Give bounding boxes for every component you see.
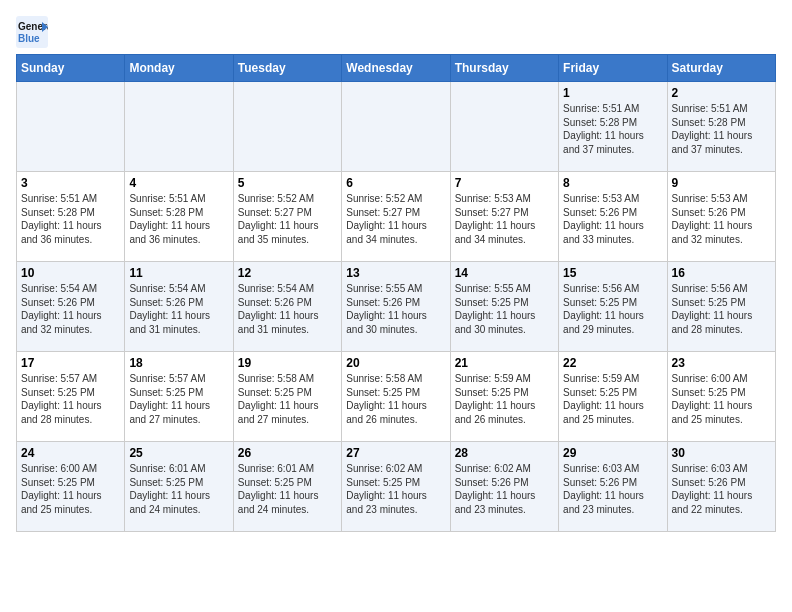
- calendar-cell: 13Sunrise: 5:55 AM Sunset: 5:26 PM Dayli…: [342, 262, 450, 352]
- day-number: 25: [129, 446, 228, 460]
- weekday-header-saturday: Saturday: [667, 55, 775, 82]
- day-info: Sunrise: 5:54 AM Sunset: 5:26 PM Dayligh…: [21, 282, 120, 336]
- day-info: Sunrise: 5:51 AM Sunset: 5:28 PM Dayligh…: [21, 192, 120, 246]
- day-info: Sunrise: 5:53 AM Sunset: 5:26 PM Dayligh…: [672, 192, 771, 246]
- calendar-cell: 8Sunrise: 5:53 AM Sunset: 5:26 PM Daylig…: [559, 172, 667, 262]
- day-info: Sunrise: 5:52 AM Sunset: 5:27 PM Dayligh…: [346, 192, 445, 246]
- calendar-cell: 27Sunrise: 6:02 AM Sunset: 5:25 PM Dayli…: [342, 442, 450, 532]
- day-number: 14: [455, 266, 554, 280]
- day-info: Sunrise: 5:51 AM Sunset: 5:28 PM Dayligh…: [563, 102, 662, 156]
- calendar-cell: 26Sunrise: 6:01 AM Sunset: 5:25 PM Dayli…: [233, 442, 341, 532]
- day-number: 16: [672, 266, 771, 280]
- day-number: 17: [21, 356, 120, 370]
- calendar-cell: 3Sunrise: 5:51 AM Sunset: 5:28 PM Daylig…: [17, 172, 125, 262]
- day-number: 20: [346, 356, 445, 370]
- calendar-cell: 10Sunrise: 5:54 AM Sunset: 5:26 PM Dayli…: [17, 262, 125, 352]
- calendar-cell: 22Sunrise: 5:59 AM Sunset: 5:25 PM Dayli…: [559, 352, 667, 442]
- calendar-cell: 5Sunrise: 5:52 AM Sunset: 5:27 PM Daylig…: [233, 172, 341, 262]
- calendar-table: SundayMondayTuesdayWednesdayThursdayFrid…: [16, 54, 776, 532]
- calendar-cell: 9Sunrise: 5:53 AM Sunset: 5:26 PM Daylig…: [667, 172, 775, 262]
- calendar-cell: [450, 82, 558, 172]
- calendar-cell: 24Sunrise: 6:00 AM Sunset: 5:25 PM Dayli…: [17, 442, 125, 532]
- day-info: Sunrise: 6:01 AM Sunset: 5:25 PM Dayligh…: [238, 462, 337, 516]
- day-number: 3: [21, 176, 120, 190]
- day-number: 4: [129, 176, 228, 190]
- weekday-header-wednesday: Wednesday: [342, 55, 450, 82]
- weekday-header-tuesday: Tuesday: [233, 55, 341, 82]
- day-info: Sunrise: 5:59 AM Sunset: 5:25 PM Dayligh…: [563, 372, 662, 426]
- day-info: Sunrise: 5:56 AM Sunset: 5:25 PM Dayligh…: [563, 282, 662, 336]
- day-number: 29: [563, 446, 662, 460]
- day-info: Sunrise: 5:59 AM Sunset: 5:25 PM Dayligh…: [455, 372, 554, 426]
- weekday-header-thursday: Thursday: [450, 55, 558, 82]
- calendar-cell: [342, 82, 450, 172]
- page-header: General Blue: [16, 16, 776, 48]
- day-number: 30: [672, 446, 771, 460]
- day-number: 7: [455, 176, 554, 190]
- day-info: Sunrise: 5:58 AM Sunset: 5:25 PM Dayligh…: [238, 372, 337, 426]
- day-info: Sunrise: 6:03 AM Sunset: 5:26 PM Dayligh…: [672, 462, 771, 516]
- weekday-header-monday: Monday: [125, 55, 233, 82]
- calendar-cell: 7Sunrise: 5:53 AM Sunset: 5:27 PM Daylig…: [450, 172, 558, 262]
- day-info: Sunrise: 5:54 AM Sunset: 5:26 PM Dayligh…: [238, 282, 337, 336]
- day-number: 24: [21, 446, 120, 460]
- calendar-cell: [17, 82, 125, 172]
- day-number: 12: [238, 266, 337, 280]
- day-number: 21: [455, 356, 554, 370]
- weekday-header-friday: Friday: [559, 55, 667, 82]
- calendar-cell: 15Sunrise: 5:56 AM Sunset: 5:25 PM Dayli…: [559, 262, 667, 352]
- day-number: 8: [563, 176, 662, 190]
- calendar-cell: 23Sunrise: 6:00 AM Sunset: 5:25 PM Dayli…: [667, 352, 775, 442]
- day-number: 13: [346, 266, 445, 280]
- calendar-cell: 6Sunrise: 5:52 AM Sunset: 5:27 PM Daylig…: [342, 172, 450, 262]
- day-info: Sunrise: 6:03 AM Sunset: 5:26 PM Dayligh…: [563, 462, 662, 516]
- day-number: 6: [346, 176, 445, 190]
- day-info: Sunrise: 5:57 AM Sunset: 5:25 PM Dayligh…: [21, 372, 120, 426]
- day-number: 22: [563, 356, 662, 370]
- day-info: Sunrise: 5:55 AM Sunset: 5:25 PM Dayligh…: [455, 282, 554, 336]
- day-info: Sunrise: 5:54 AM Sunset: 5:26 PM Dayligh…: [129, 282, 228, 336]
- calendar-cell: 25Sunrise: 6:01 AM Sunset: 5:25 PM Dayli…: [125, 442, 233, 532]
- day-number: 9: [672, 176, 771, 190]
- weekday-header-sunday: Sunday: [17, 55, 125, 82]
- day-number: 27: [346, 446, 445, 460]
- day-number: 26: [238, 446, 337, 460]
- calendar-cell: 1Sunrise: 5:51 AM Sunset: 5:28 PM Daylig…: [559, 82, 667, 172]
- day-number: 11: [129, 266, 228, 280]
- calendar-cell: [125, 82, 233, 172]
- calendar-cell: 18Sunrise: 5:57 AM Sunset: 5:25 PM Dayli…: [125, 352, 233, 442]
- calendar-cell: [233, 82, 341, 172]
- day-number: 23: [672, 356, 771, 370]
- day-info: Sunrise: 6:02 AM Sunset: 5:26 PM Dayligh…: [455, 462, 554, 516]
- svg-text:Blue: Blue: [18, 33, 40, 44]
- day-info: Sunrise: 5:53 AM Sunset: 5:26 PM Dayligh…: [563, 192, 662, 246]
- day-info: Sunrise: 6:00 AM Sunset: 5:25 PM Dayligh…: [21, 462, 120, 516]
- calendar-cell: 4Sunrise: 5:51 AM Sunset: 5:28 PM Daylig…: [125, 172, 233, 262]
- day-number: 2: [672, 86, 771, 100]
- calendar-cell: 17Sunrise: 5:57 AM Sunset: 5:25 PM Dayli…: [17, 352, 125, 442]
- calendar-cell: 11Sunrise: 5:54 AM Sunset: 5:26 PM Dayli…: [125, 262, 233, 352]
- day-number: 15: [563, 266, 662, 280]
- day-info: Sunrise: 5:51 AM Sunset: 5:28 PM Dayligh…: [129, 192, 228, 246]
- day-info: Sunrise: 5:56 AM Sunset: 5:25 PM Dayligh…: [672, 282, 771, 336]
- calendar-cell: 12Sunrise: 5:54 AM Sunset: 5:26 PM Dayli…: [233, 262, 341, 352]
- day-info: Sunrise: 5:53 AM Sunset: 5:27 PM Dayligh…: [455, 192, 554, 246]
- calendar-cell: 14Sunrise: 5:55 AM Sunset: 5:25 PM Dayli…: [450, 262, 558, 352]
- calendar-cell: 28Sunrise: 6:02 AM Sunset: 5:26 PM Dayli…: [450, 442, 558, 532]
- day-info: Sunrise: 5:57 AM Sunset: 5:25 PM Dayligh…: [129, 372, 228, 426]
- calendar-cell: 21Sunrise: 5:59 AM Sunset: 5:25 PM Dayli…: [450, 352, 558, 442]
- day-number: 10: [21, 266, 120, 280]
- day-info: Sunrise: 5:58 AM Sunset: 5:25 PM Dayligh…: [346, 372, 445, 426]
- day-number: 28: [455, 446, 554, 460]
- calendar-cell: 29Sunrise: 6:03 AM Sunset: 5:26 PM Dayli…: [559, 442, 667, 532]
- day-info: Sunrise: 6:00 AM Sunset: 5:25 PM Dayligh…: [672, 372, 771, 426]
- day-info: Sunrise: 5:55 AM Sunset: 5:26 PM Dayligh…: [346, 282, 445, 336]
- calendar-cell: 2Sunrise: 5:51 AM Sunset: 5:28 PM Daylig…: [667, 82, 775, 172]
- day-number: 1: [563, 86, 662, 100]
- day-number: 19: [238, 356, 337, 370]
- day-number: 18: [129, 356, 228, 370]
- calendar-cell: 30Sunrise: 6:03 AM Sunset: 5:26 PM Dayli…: [667, 442, 775, 532]
- calendar-cell: 20Sunrise: 5:58 AM Sunset: 5:25 PM Dayli…: [342, 352, 450, 442]
- calendar-cell: 19Sunrise: 5:58 AM Sunset: 5:25 PM Dayli…: [233, 352, 341, 442]
- day-info: Sunrise: 6:02 AM Sunset: 5:25 PM Dayligh…: [346, 462, 445, 516]
